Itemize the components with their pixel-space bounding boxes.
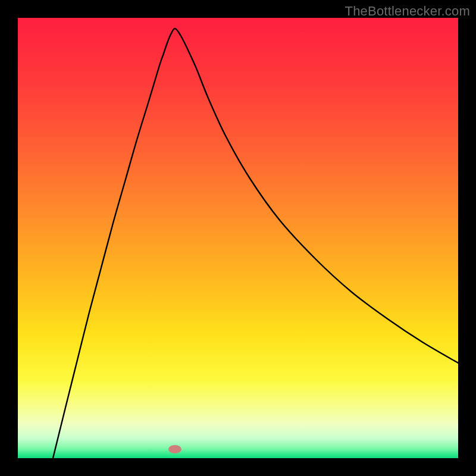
optimal-point-marker: [168, 445, 181, 453]
gradient-background: [18, 18, 458, 458]
plot-frame: [18, 18, 458, 458]
bottleneck-chart: [18, 18, 458, 458]
watermark-text: TheBottlenecker.com: [345, 4, 470, 19]
